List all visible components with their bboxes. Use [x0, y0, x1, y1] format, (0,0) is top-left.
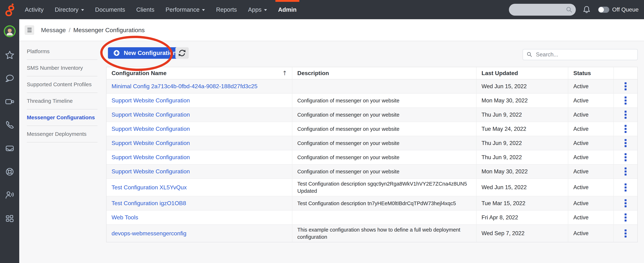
configuration-name-cell: Test Configuration XL5YvQux [106, 179, 292, 196]
status-cell: Active [568, 94, 614, 107]
refresh-icon [178, 48, 186, 57]
column-header-status[interactable]: Status [568, 67, 614, 79]
actions-cell [614, 196, 637, 210]
configuration-name-link[interactable]: Support Website Configuration [112, 97, 190, 104]
refresh-button[interactable] [176, 47, 189, 59]
table-row: Support Website ConfigurationConfigurati… [106, 108, 637, 122]
column-header-description[interactable]: Description [292, 67, 476, 79]
sidebar-item-threading-timeline[interactable]: Threading Timeline [27, 93, 98, 109]
configuration-name-link[interactable]: Support Website Configuration [112, 168, 190, 175]
breadcrumb-separator: / [69, 26, 70, 34]
sidebar-item-sms-number-inventory[interactable]: SMS Number Inventory [27, 60, 98, 76]
global-search[interactable] [509, 4, 576, 16]
description-cell: This example configuration shows how to … [292, 225, 476, 242]
chevron-down-icon [81, 9, 84, 11]
breadcrumb: Message / Messenger Configurations [41, 26, 145, 34]
row-actions-kebab-icon[interactable] [623, 109, 628, 120]
configuration-name-cell: Minimal Config 2a713c4b-0fbd-424a-9082-1… [106, 79, 292, 93]
genesys-logo-icon[interactable] [0, 0, 19, 19]
rail-icons [5, 50, 14, 237]
last-updated-cell: Wed Jun 15, 2022 [476, 179, 568, 196]
table-row: Support Website ConfigurationConfigurati… [106, 94, 637, 108]
nav-item-admin[interactable]: Admin [272, 0, 302, 19]
table-row: devops-webmessengerconfigThis example co… [106, 225, 637, 242]
row-actions-kebab-icon[interactable] [623, 182, 628, 193]
main-panel: New Configuration [106, 41, 644, 263]
row-actions-kebab-icon[interactable] [623, 81, 628, 92]
configuration-name-link[interactable]: Test Configuration XL5YvQux [112, 184, 187, 191]
favorites-star-icon[interactable] [5, 50, 14, 60]
notifications-bell-icon[interactable] [582, 5, 591, 14]
row-actions-kebab-icon[interactable] [623, 138, 628, 149]
column-header-configuration-name[interactable]: Configuration Name ↑ [106, 67, 292, 79]
agent-voice-icon[interactable] [5, 190, 14, 200]
table-row: Minimal Config 2a713c4b-0fbd-424a-9082-1… [106, 79, 637, 94]
status-cell: Active [568, 165, 614, 178]
actions-cell [614, 211, 637, 224]
row-actions-kebab-icon[interactable] [623, 152, 628, 163]
column-header-last-updated[interactable]: Last Updated [476, 67, 568, 79]
voicemail-inbox-icon[interactable] [5, 144, 14, 153]
help-lifebuoy-icon[interactable] [5, 167, 14, 176]
menu-toggle-button[interactable] [25, 25, 34, 35]
actions-cell [614, 150, 637, 164]
phone-icon[interactable] [5, 120, 14, 130]
configuration-name-cell: Support Website Configuration [106, 108, 292, 122]
actions-cell [614, 179, 637, 196]
row-actions-kebab-icon[interactable] [623, 95, 628, 106]
search-icon [566, 6, 573, 14]
configuration-name-cell: Support Website Configuration [106, 122, 292, 136]
row-actions-kebab-icon[interactable] [623, 228, 628, 239]
last-updated-cell: Mon May 30, 2022 [476, 94, 568, 107]
row-actions-kebab-icon[interactable] [623, 212, 628, 223]
column-header-actions [614, 67, 637, 79]
nav-item-label: Activity [25, 6, 44, 13]
configuration-name-link[interactable]: Test Configuration igzO1OB8 [112, 200, 186, 207]
configuration-name-link[interactable]: Support Website Configuration [112, 140, 190, 146]
sidebar-item-platforms[interactable]: Platforms [27, 43, 98, 60]
sidebar-item-messenger-configurations[interactable]: Messenger Configurations [27, 109, 98, 126]
queue-toggle[interactable] [598, 7, 609, 13]
actions-cell [614, 225, 637, 242]
table-row: Support Website ConfigurationConfigurati… [106, 122, 637, 136]
row-actions-kebab-icon[interactable] [623, 123, 628, 134]
actions-cell [614, 108, 637, 122]
table-row: Test Configuration XL5YvQuxTest Configur… [106, 179, 637, 196]
row-actions-kebab-icon[interactable] [623, 198, 628, 209]
last-updated-cell: Thu Jun 9, 2022 [476, 150, 568, 164]
new-configuration-button[interactable]: New Configuration [108, 47, 183, 59]
nav-item-activity[interactable]: Activity [19, 0, 49, 19]
configuration-name-link[interactable]: Support Website Configuration [112, 154, 190, 161]
breadcrumb-parent[interactable]: Message [41, 26, 66, 34]
nav-item-documents[interactable]: Documents [90, 0, 131, 19]
configuration-name-link[interactable]: Support Website Configuration [112, 111, 190, 118]
apps-grid-icon[interactable] [5, 214, 14, 223]
chat-icon[interactable] [5, 74, 14, 83]
table-row: Support Website ConfigurationConfigurati… [106, 136, 637, 150]
description-cell: Configuration of messenger on your websi… [292, 94, 476, 107]
table-search-input[interactable] [536, 51, 637, 58]
nav-item-label: Performance [166, 6, 200, 13]
nav-item-clients[interactable]: Clients [130, 0, 160, 19]
nav-item-reports[interactable]: Reports [210, 0, 242, 19]
row-actions-kebab-icon[interactable] [623, 166, 628, 177]
user-avatar[interactable] [4, 25, 16, 37]
configuration-name-link[interactable]: devops-webmessengerconfig [112, 230, 186, 237]
sidebar-item-messenger-deployments[interactable]: Messenger Deployments [27, 126, 98, 142]
nav-item-directory[interactable]: Directory [49, 0, 90, 19]
actions-cell [614, 122, 637, 136]
configuration-name-cell: devops-webmessengerconfig [106, 225, 292, 242]
app-rail [0, 19, 19, 263]
video-icon[interactable] [5, 97, 14, 106]
configuration-name-link[interactable]: Support Website Configuration [112, 126, 190, 132]
new-configuration-label: New Configuration [124, 50, 176, 56]
configuration-name-link[interactable]: Minimal Config 2a713c4b-0fbd-424a-9082-1… [112, 83, 258, 90]
nav-item-performance[interactable]: Performance [160, 0, 210, 19]
status-cell: Active [568, 150, 614, 164]
configuration-name-link[interactable]: Web Tools [112, 214, 138, 221]
actions-cell [614, 79, 637, 93]
nav-item-apps[interactable]: Apps [242, 0, 272, 19]
configuration-name-cell: Support Website Configuration [106, 165, 292, 178]
sidebar-item-supported-content-profiles[interactable]: Supported Content Profiles [27, 76, 98, 93]
toggle-knob [598, 7, 604, 12]
